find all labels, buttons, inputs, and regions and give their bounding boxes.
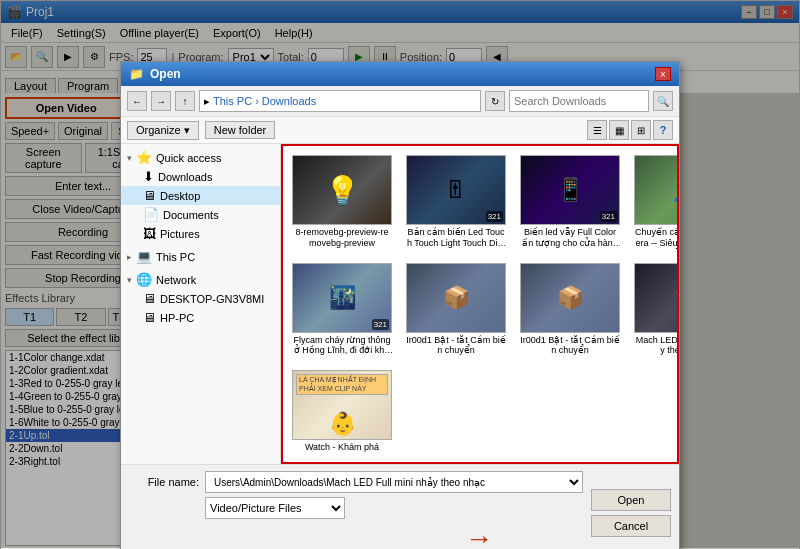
quick-access-arrow: ▾ [127,153,132,163]
file-thumb-4[interactable]: 🌃 321 Flycam cháy rừng thông ở Hồng Lĩnh… [289,260,395,360]
documents-label: Documents [163,209,219,221]
file-thumb-1[interactable]: 🎚 321 Bản cảm biến Led Touch Touch Light… [403,152,509,252]
file-thumb-3[interactable]: 👤 321 Chuyển cảnh bằng camera -- Siêu dễ… [631,152,679,252]
desktop-icon: 🖥 [143,188,156,203]
up-button[interactable]: ↑ [175,91,195,111]
file-grid-inner: 💡 8-removebg-preview-removebg-preview 🎚 [289,152,671,456]
file-label-2: Biến led vẫy Full Color ấn tượng cho cửa… [520,227,620,249]
dialog-body: ▾ ⭐ Quick access ⬇ Downloads 🖥 Desktop [121,144,679,464]
file-thumb-7[interactable]: 💡 Mach LED Full mini nhảy theo nhạc [631,260,679,360]
this-pc-icon: 💻 [136,249,152,264]
nav-this-pc[interactable]: ▸ 💻 This PC [121,247,280,266]
search-input[interactable] [509,90,649,112]
nav-hp-pc[interactable]: 🖥 HP-PC [121,308,280,327]
file-label-1: Bản cảm biến Led Touch Touch Light Touch… [406,227,506,249]
file-label-8: Watch - Khám phá [305,442,379,453]
file-name-field: File name: Users\Admin\Downloads\Mach LE… [129,471,583,493]
file-thumb-8[interactable]: 👶 LÀ CHA MẸ NHẤT ĐỊNH PHẢI XEM CLIP NÀY … [289,367,395,456]
thumb-img-6: 📦 [520,263,620,333]
addr-arrow: ▸ [204,95,210,108]
addr-path-pc[interactable]: This PC [213,95,252,107]
forward-button[interactable]: → [151,91,171,111]
file-type-select[interactable]: Video/Picture Files [205,497,345,519]
nav-section-pc: ▸ 💻 This PC [121,247,280,266]
footer-fields: File name: Users\Admin\Downloads\Mach LE… [129,471,583,549]
dialog-address-bar: ← → ↑ ▸ This PC › Downloads ↻ 🔍 [121,86,679,117]
file-label-5: Ir00d1 Bật - tắt Cảm biến chuyển [406,335,506,357]
pictures-label: Pictures [160,228,200,240]
nav-quick-access[interactable]: ▾ ⭐ Quick access [121,148,280,167]
desktop-pc-label: DESKTOP-GN3V8MI [160,293,264,305]
thumb-img-7: 💡 [634,263,679,333]
open-dialog: 📁 Open × ← → ↑ ▸ This PC › Downloads ↻ 🔍 [120,61,680,549]
file-grid: 💡 8-removebg-preview-removebg-preview 🎚 [281,144,679,464]
dialog-icon: 📁 [129,67,144,81]
nav-section-quick: ▾ ⭐ Quick access ⬇ Downloads 🖥 Desktop [121,148,280,243]
file-thumb-2[interactable]: 📱 321 Biến led vẫy Full Color ấn tượng c… [517,152,623,252]
nav-downloads[interactable]: ⬇ Downloads [121,167,280,186]
view-large-btn[interactable]: ⊞ [631,120,651,140]
desktop-label: Desktop [160,190,200,202]
nav-documents[interactable]: 📄 Documents [121,205,280,224]
thumb-img-2: 📱 321 [520,155,620,225]
arrow-hint: → [129,523,583,549]
nav-network[interactable]: ▾ 🌐 Network [121,270,280,289]
file-name-input[interactable]: Users\Admin\Downloads\Mach LED Full mini… [205,471,583,493]
dialog-overlay: 📁 Open × ← → ↑ ▸ This PC › Downloads ↻ 🔍 [1,1,799,548]
footer-buttons: Open Cancel [591,489,671,537]
file-thumb-6[interactable]: 📦 Ir00d1 Bật - tắt Cảm biến chuyển [517,260,623,360]
file-badge-4: 321 [372,319,389,330]
network-label: Network [156,274,196,286]
open-button[interactable]: Open [591,489,671,511]
view-details-btn[interactable]: ▦ [609,120,629,140]
dialog-title: Open [150,67,181,81]
nav-panel: ▾ ⭐ Quick access ⬇ Downloads 🖥 Desktop [121,144,281,464]
dialog-close-button[interactable]: × [655,67,671,81]
this-pc-label: This PC [156,251,195,263]
search-icon[interactable]: 🔍 [653,91,673,111]
back-button[interactable]: ← [127,91,147,111]
thumb-img-4: 🌃 321 [292,263,392,333]
dialog-title-bar: 📁 Open × [121,62,679,86]
main-window: 🎬 Proj1 − □ × File(F) Setting(S) Offline… [0,0,800,549]
nav-desktop[interactable]: 🖥 Desktop [121,186,280,205]
file-name-label: File name: [129,476,199,488]
file-thumb-0[interactable]: 💡 8-removebg-preview-removebg-preview [289,152,395,252]
new-folder-button[interactable]: New folder [205,121,276,139]
file-label-7: Mach LED Full mini nhảy theo nhạc [634,335,679,357]
file-label-0: 8-removebg-preview-removebg-preview [292,227,392,249]
refresh-button[interactable]: ↻ [485,91,505,111]
organize-button[interactable]: Organize ▾ [127,121,199,140]
network-arrow: ▾ [127,275,132,285]
file-badge-2: 321 [600,211,617,222]
view-list-btn[interactable]: ☰ [587,120,607,140]
documents-icon: 📄 [143,207,159,222]
pictures-icon: 🖼 [143,226,156,241]
quick-access-icon: ⭐ [136,150,152,165]
quick-access-label: Quick access [156,152,221,164]
file-type-field: Video/Picture Files [129,497,583,519]
addr-path-downloads[interactable]: Downloads [262,95,316,107]
cancel-button[interactable]: Cancel [591,515,671,537]
nav-pictures[interactable]: 🖼 Pictures [121,224,280,243]
thumb-img-3: 👤 321 [634,155,679,225]
hp-pc-icon: 🖥 [143,310,156,325]
file-badge-1: 321 [486,211,503,222]
nav-desktop-pc[interactable]: 🖥 DESKTOP-GN3V8MI [121,289,280,308]
thumb-img-1: 🎚 321 [406,155,506,225]
help-button[interactable]: ? [653,120,673,140]
network-icon: 🌐 [136,272,152,287]
dialog-toolbar: Organize ▾ New folder ☰ ▦ ⊞ ? [121,117,679,144]
nav-section-network: ▾ 🌐 Network 🖥 DESKTOP-GN3V8MI 🖥 HP-PC [121,270,280,327]
dialog-footer: File name: Users\Admin\Downloads\Mach LE… [121,464,679,549]
file-label-6: Ir00d1 Bật - tắt Cảm biến chuyển [520,335,620,357]
file-label-3: Chuyển cảnh bằng camera -- Siêu dễ - Siê… [634,227,679,249]
thumb-img-0: 💡 [292,155,392,225]
address-bar[interactable]: ▸ This PC › Downloads [199,90,481,112]
downloads-label: Downloads [158,171,212,183]
file-label-4: Flycam cháy rừng thông ở Hồng Lĩnh, đi đ… [292,335,392,357]
this-pc-arrow: ▸ [127,252,132,262]
file-thumb-5[interactable]: 📦 Ir00d1 Bật - tắt Cảm biến chuyển [403,260,509,360]
desktop-pc-icon: 🖥 [143,291,156,306]
thumb-img-5: 📦 [406,263,506,333]
